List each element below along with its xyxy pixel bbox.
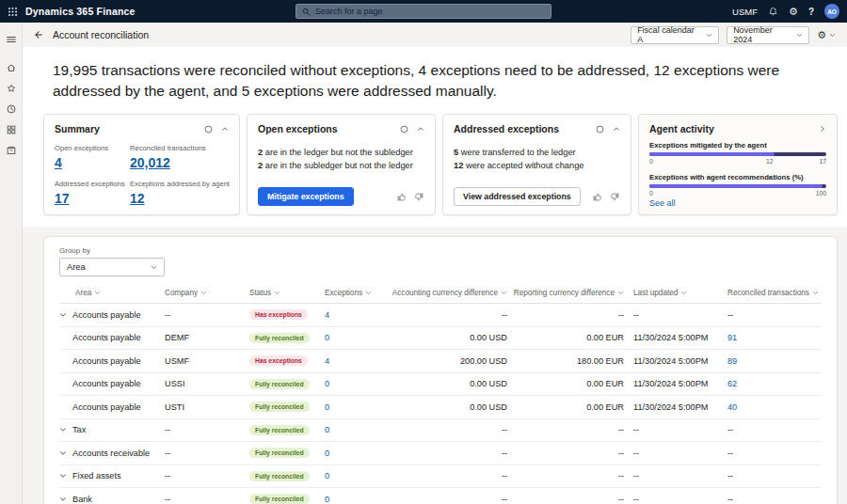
mitigate-exceptions-button[interactable]: Mitigate exceptions	[258, 187, 354, 206]
table-row[interactable]: Accounts payable USTI Fully reconciled 0…	[59, 396, 822, 419]
page-settings-button[interactable]: ⚙	[817, 29, 836, 41]
column-header-reconciled-transactions[interactable]: Reconciled transactions	[718, 289, 822, 297]
topbar-left: Dynamics 365 Finance	[8, 6, 136, 17]
status-circle-icon[interactable]	[596, 125, 604, 134]
collapse-chevron-icon[interactable]	[613, 125, 620, 133]
page-navbar: Account reconciliation Fiscal calendar A…	[23, 23, 847, 47]
period-select[interactable]: November 2024	[727, 26, 809, 44]
metric-open-exceptions: Open exceptions 4	[55, 144, 130, 171]
agent-progress-recommendations: Exceptions with agent recommendations (%…	[649, 173, 826, 198]
table-row[interactable]: Accounts payable USMF Has exceptions 4 2…	[59, 350, 822, 373]
reconciled-link[interactable]: 89	[727, 356, 737, 366]
expand-chevron-icon[interactable]	[59, 311, 72, 319]
addressed-exceptions-line: 12 were accepted without change	[454, 159, 620, 172]
addressed-exceptions-link[interactable]: 17	[55, 191, 70, 206]
exceptions-link[interactable]: 0	[325, 449, 329, 458]
status-badge: Fully reconciled	[249, 425, 310, 435]
expand-chevron-icon[interactable]	[59, 449, 72, 457]
modules-grid-icon[interactable]	[0, 119, 23, 140]
workspaces-box-icon[interactable]	[0, 140, 23, 161]
gear-icon: ⚙	[817, 29, 826, 41]
help-icon[interactable]: ?	[808, 7, 814, 17]
agent-activity-card-title: Agent activity	[649, 123, 714, 134]
collapse-chevron-icon[interactable]	[221, 125, 229, 133]
exceptions-link[interactable]: 4	[325, 310, 329, 320]
table-group-row[interactable]: Accounts receivable -- Fully reconciled …	[59, 442, 822, 465]
exceptions-link[interactable]: 0	[325, 425, 329, 434]
table-row[interactable]: Accounts payable USSI Fully reconciled 0…	[59, 373, 822, 397]
navbar-controls: Fiscal calendar A November 2024 ⚙	[631, 26, 836, 44]
notifications-icon[interactable]	[768, 7, 778, 17]
exceptions-link[interactable]: 0	[325, 402, 329, 412]
app-launcher-icon[interactable]	[8, 7, 18, 17]
column-header-reporting-currency-difference[interactable]: Reporting currency difference	[507, 289, 624, 297]
favorites-star-icon[interactable]	[0, 78, 23, 99]
table-group-row[interactable]: Bank -- Fully reconciled 0 -- -- -- --	[59, 488, 822, 504]
table-row[interactable]: Accounts payable DEMF Fully reconciled 0…	[59, 327, 822, 351]
expand-chevron-icon[interactable]	[59, 496, 72, 503]
thumbs-up-icon[interactable]	[592, 192, 602, 202]
company-picker[interactable]: USMF	[732, 7, 758, 17]
search-input[interactable]	[315, 7, 545, 16]
progress-fill	[649, 152, 775, 156]
exceptions-link[interactable]: 0	[325, 471, 329, 480]
settings-icon[interactable]: ⚙	[789, 7, 798, 17]
table-group-row[interactable]: Tax -- Fully reconciled 0 -- -- -- --	[59, 419, 822, 443]
status-circle-icon[interactable]	[400, 125, 408, 134]
reconciled-link[interactable]: 40	[727, 402, 737, 412]
back-button[interactable]	[32, 29, 43, 40]
table-group-row[interactable]: Fixed assets -- Fully reconciled 0 -- --…	[59, 465, 822, 489]
addressed-exceptions-details: 5 were transferred to the ledger 12 were…	[454, 146, 620, 173]
column-header-area[interactable]: Area	[59, 289, 165, 297]
collapse-chevron-icon[interactable]	[417, 125, 424, 133]
fiscal-calendar-select[interactable]: Fiscal calendar A	[631, 26, 719, 44]
group-by-select[interactable]: Area	[59, 258, 165, 276]
thumbs-down-icon[interactable]	[414, 192, 424, 202]
addressed-exceptions-card: Addressed exceptions 5 were transferred …	[442, 114, 631, 215]
column-header-exceptions[interactable]: Exceptions	[325, 289, 389, 297]
cards-row: Summary Open exceptions 4	[43, 114, 838, 215]
column-header-accounting-currency-difference[interactable]: Accounting currency difference	[389, 289, 507, 297]
menu-icon[interactable]	[0, 29, 23, 50]
avatar[interactable]: AO	[824, 4, 839, 19]
reconciled-link[interactable]: 91	[727, 333, 737, 342]
status-circle-icon[interactable]	[204, 125, 213, 134]
chevron-right-icon[interactable]	[819, 125, 826, 133]
reconciliation-headline: 19,995 transactions were reconciled with…	[53, 60, 830, 102]
status-badge: Fully reconciled	[249, 448, 310, 458]
view-addressed-exceptions-button[interactable]: View addressed exceptions	[454, 187, 581, 206]
period-value: November 2024	[733, 25, 791, 44]
reconciled-link[interactable]: 62	[727, 379, 737, 388]
exceptions-link[interactable]: 0	[325, 495, 329, 504]
metric-addressed-exceptions: Addressed exceptions 17	[55, 180, 130, 207]
addressed-exceptions-card-title: Addressed exceptions	[454, 123, 559, 134]
exceptions-link[interactable]: 0	[325, 379, 329, 388]
column-header-company[interactable]: Company	[165, 289, 249, 297]
reconciled-transactions-link[interactable]: 20,012	[130, 155, 170, 170]
open-exceptions-card-title: Open exceptions	[258, 123, 338, 134]
content: Account reconciliation Fiscal calendar A…	[23, 23, 847, 504]
progress-track	[649, 184, 826, 188]
thumbs-up-icon[interactable]	[396, 192, 407, 202]
exceptions-link[interactable]: 0	[325, 333, 329, 342]
search-box[interactable]	[296, 4, 551, 19]
summary-card-title: Summary	[55, 123, 100, 134]
metric-exceptions-by-agent: Exceptions addressed by agent 12	[130, 180, 230, 207]
home-icon[interactable]	[0, 57, 23, 78]
column-header-status[interactable]: Status	[249, 289, 325, 297]
see-all-link[interactable]: See all	[649, 198, 676, 208]
metric-reconciled-transactions: Reconciled transactions 20,012	[130, 144, 230, 171]
exceptions-link[interactable]: 4	[325, 356, 329, 366]
topbar: Dynamics 365 Finance USMF ⚙ ? AO	[0, 0, 847, 23]
thumbs-down-icon[interactable]	[610, 192, 620, 202]
column-header-last-updated[interactable]: Last updated	[624, 289, 718, 297]
expand-chevron-icon[interactable]	[59, 426, 72, 433]
reconciled-value: --	[727, 425, 733, 434]
recent-clock-icon[interactable]	[0, 99, 23, 119]
agent-progress-mitigated: Exceptions mitigated by the agent 0 12 1…	[649, 141, 826, 166]
exceptions-by-agent-link[interactable]: 12	[130, 191, 145, 206]
reconciled-value: --	[727, 310, 733, 320]
open-exceptions-link[interactable]: 4	[55, 155, 62, 170]
table-group-row[interactable]: Accounts payable -- Has exceptions 4 -- …	[59, 304, 822, 327]
expand-chevron-icon[interactable]	[59, 472, 72, 480]
